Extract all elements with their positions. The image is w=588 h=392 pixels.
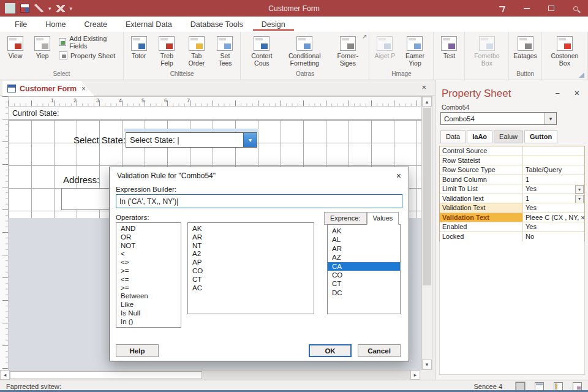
scroll-right-icon[interactable] [410, 370, 420, 380]
dialog-close-icon[interactable] [396, 171, 401, 181]
ribbon-button[interactable]: Fometbo Box [467, 35, 506, 68]
property-value[interactable]: Table/Query [523, 165, 584, 175]
ribbon-button[interactable]: Conditional Fornetting [281, 35, 328, 68]
property-tab[interactable]: Ealuw [494, 130, 523, 143]
property-sheet-button[interactable]: Property Sheet [56, 50, 121, 61]
value-item[interactable]: CT [328, 279, 400, 288]
menu-tab[interactable]: External Data [117, 18, 181, 31]
property-row[interactable]: Validation Text Pleee C (CX , NY, × [440, 213, 584, 223]
panel-minimize-icon[interactable] [555, 89, 560, 98]
category-item[interactable]: AC [188, 284, 314, 293]
property-value[interactable]: Yes [523, 222, 584, 232]
categories-list[interactable]: AKARNTA2APCOCTAC [187, 222, 314, 314]
scroll-down-icon[interactable] [422, 360, 432, 369]
document-tab[interactable]: Customer Form [2, 81, 94, 96]
property-value[interactable] [523, 146, 584, 156]
property-value[interactable]: 1 [523, 194, 584, 203]
expression-input[interactable]: In ('CA', TX,, NY')| [116, 194, 402, 208]
view-button[interactable]: View [2, 35, 28, 61]
property-row[interactable]: Validation lext 1 [440, 194, 584, 204]
category-item[interactable]: AR [188, 233, 314, 242]
operator-item[interactable]: Between [116, 292, 181, 301]
values-tab[interactable]: Values [367, 212, 399, 225]
horizontal-scrollbar[interactable] [0, 370, 420, 380]
property-value[interactable]: Yes [523, 203, 584, 213]
category-item[interactable]: NT [188, 242, 314, 251]
menu-tab[interactable]: Design [253, 18, 294, 31]
ribbon-button[interactable]: Set Tees [212, 35, 238, 68]
property-tab[interactable]: Data [440, 130, 466, 143]
access-logo-icon[interactable] [20, 4, 29, 13]
operator-item[interactable]: Is Null [116, 309, 181, 318]
property-value[interactable] [523, 156, 584, 165]
category-item[interactable]: CO [188, 267, 314, 276]
operator-item[interactable]: <> [116, 258, 181, 267]
menu-tab[interactable]: Create [76, 18, 116, 31]
scroll-up-icon[interactable] [422, 97, 432, 107]
category-item[interactable]: AK [188, 225, 314, 233]
property-row[interactable]: Control Source [440, 146, 584, 156]
operator-item[interactable]: OR [116, 233, 181, 242]
control-selector[interactable]: Combo54 [440, 112, 557, 125]
property-row[interactable]: Bound Column 1 [440, 175, 584, 185]
layout-view-icon[interactable] [554, 382, 563, 391]
ribbon-button[interactable]: Costonen Box [545, 35, 585, 68]
ribbon-button[interactable]: Totor [126, 35, 152, 61]
value-item[interactable]: CO [328, 271, 400, 279]
menu-tab[interactable]: Home [37, 18, 74, 31]
ribbon-button[interactable]: Tab Order [182, 35, 211, 68]
operator-item[interactable]: AND [116, 225, 181, 233]
operator-item[interactable]: < [116, 250, 181, 258]
undo-icon[interactable] [56, 5, 65, 12]
vertical-scroll-thumb[interactable] [423, 108, 431, 285]
operator-item[interactable]: In () [116, 318, 181, 326]
property-value[interactable]: Pleee C (CX , NY, × [523, 213, 584, 222]
values-tab[interactable]: Exprence: [324, 212, 367, 225]
property-tab[interactable]: Gutton [524, 130, 557, 143]
operator-item[interactable]: >= [116, 284, 181, 293]
app-icon[interactable] [5, 3, 15, 13]
ribbon-button[interactable]: Treb Felp [153, 35, 181, 68]
property-row[interactable]: Locked No [440, 232, 584, 242]
menu-tab[interactable]: Database Tools [182, 18, 252, 31]
grid-view-icon[interactable] [516, 382, 525, 391]
dialog-launcher-icon[interactable] [362, 33, 367, 40]
category-item[interactable]: A2 [188, 250, 314, 258]
value-item[interactable]: CA [328, 262, 400, 271]
design-view-icon[interactable] [573, 382, 582, 391]
address-text-box[interactable] [61, 188, 111, 210]
property-value[interactable]: 1 [523, 175, 584, 184]
save-dropdown-icon[interactable] [48, 6, 51, 12]
ribbon-button[interactable]: Aiget P [372, 35, 398, 61]
category-item[interactable]: AP [188, 258, 314, 267]
value-item[interactable]: AR [328, 244, 400, 253]
property-value[interactable]: Yes [523, 184, 584, 194]
property-row[interactable]: Validation Text Yes [440, 203, 584, 213]
value-item[interactable]: AK [328, 227, 400, 235]
search-icon[interactable] [564, 0, 588, 17]
operator-item[interactable]: Like [116, 301, 181, 309]
ribbon-button[interactable]: Forner- Siges [329, 35, 366, 68]
property-row[interactable]: Enabled Yes [440, 222, 584, 232]
vertical-scrollbar[interactable] [421, 96, 432, 370]
close-document-icon[interactable] [421, 83, 426, 92]
operator-item[interactable]: NOT [116, 242, 181, 251]
horizontal-scroll-thumb[interactable] [10, 371, 202, 379]
operators-list[interactable]: ANDORNOT<<>>=<=>=BetweenLikeIs NullIn () [116, 222, 181, 328]
menu-tab[interactable]: File [6, 18, 36, 31]
form-view-icon[interactable] [535, 382, 544, 391]
scroll-left-icon[interactable] [0, 370, 10, 380]
cancel-button[interactable]: Cancel [358, 344, 401, 357]
ribbon-resize-icon[interactable] [579, 72, 584, 78]
yiep-button[interactable]: Yiep [29, 35, 55, 61]
add-existing-fields-button[interactable]: Add Existing Fields [56, 36, 121, 48]
ribbon-options-icon[interactable] [490, 0, 514, 17]
maximize-icon[interactable] [539, 0, 564, 17]
close-tab-icon[interactable] [81, 85, 86, 93]
operator-item[interactable]: >= [116, 267, 181, 276]
ribbon-button[interactable]: Eamer Yiop [399, 35, 431, 68]
value-item[interactable]: AL [328, 235, 400, 244]
property-row[interactable]: Limit To List Yes [440, 184, 584, 194]
state-combo-box[interactable]: Select State: | [126, 132, 257, 148]
category-item[interactable]: CT [188, 276, 314, 284]
